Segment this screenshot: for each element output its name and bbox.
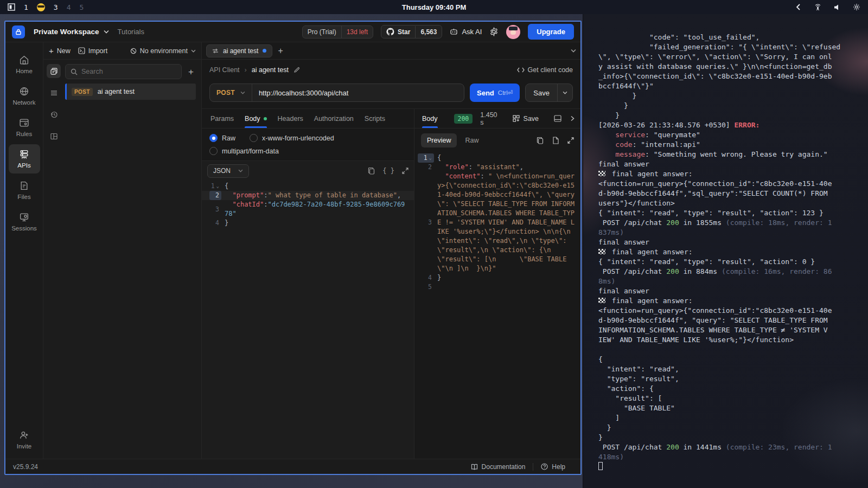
settings-gear-icon[interactable] [489,27,499,36]
method-select[interactable]: POST [210,84,252,101]
raw-file-icon[interactable] [552,137,559,144]
save-response-button[interactable]: Save [513,115,539,123]
tab-params[interactable]: Params [210,109,234,128]
language-select[interactable]: JSON [207,164,249,178]
chevron-down-icon [104,30,109,34]
search-box[interactable] [65,64,182,79]
sidebar-item-sessions[interactable]: Sessions [9,207,40,236]
code-line: 2 "prompt":" what type of table in datab… [202,191,414,200]
import-button[interactable]: Import [78,47,107,55]
github-icon [386,28,394,36]
body-mode-radios: Raw x-www-form-urlencoded multipart/form… [202,129,414,158]
tab-headers[interactable]: Headers [278,109,303,128]
collections-view-icon[interactable] [47,64,61,78]
help-link[interactable]: Help [533,463,573,471]
terminal-line: "result": [ [598,394,860,403]
send-button[interactable]: Send Ctrl⏎ [470,84,520,102]
settings-gear-icon[interactable] [853,3,860,11]
chevron-down-icon [191,49,196,53]
sidebar-item-apis[interactable]: APIs [9,144,40,174]
terminal-line: POST /api/chat 200 in 884ms (compile: 16… [598,267,860,277]
list-view-icon[interactable] [47,86,61,100]
sidebar-label: Network [12,99,35,106]
upgrade-button[interactable]: Upgrade [528,24,574,40]
layout-table-icon[interactable] [47,129,61,143]
save-dropdown-button[interactable] [557,84,572,101]
history-icon[interactable] [47,107,61,121]
collapse-right-icon[interactable] [570,115,575,121]
request-body-editor[interactable]: JSON { } 1⌄{2 "prompt":" what type of ta… [202,160,414,459]
ask-ai-button[interactable]: Ask AI [450,28,482,36]
save-button[interactable]: Save [526,84,557,101]
documentation-link[interactable]: Documentation [463,463,533,471]
plan-trial-badge[interactable]: Pro (Trial) 13d left [302,25,373,38]
breadcrumb-root[interactable]: API Client [209,66,240,74]
expand-icon[interactable] [402,168,409,174]
terminal-line: final agent answer: [598,169,860,179]
user-avatar[interactable] [506,25,520,39]
language-value: JSON [213,167,231,175]
copy-icon[interactable] [368,167,375,175]
sidebar-item-files[interactable]: Files [9,176,40,205]
copy-icon[interactable] [537,137,544,144]
fold-chevron-icon[interactable]: ⌄ [216,182,219,191]
view-raw-button[interactable]: Raw [459,133,484,147]
format-braces-icon[interactable]: { } [382,167,394,175]
terminal-line: "intent": "read", [598,364,860,374]
tab-scripts[interactable]: Scripts [365,109,385,128]
get-client-code-label: Get client code [528,66,573,74]
radio-raw[interactable]: Raw [209,134,235,142]
breadcrumb: API Client › ai agent test Get client co… [202,60,580,80]
terminal-line: "BASE TABLE" [598,403,860,413]
robot-icon [450,28,458,36]
terminal-line: { "intent": "read", "type": "result", "a… [598,208,860,218]
terminal-line: 418ms) [598,452,860,462]
terminal-line: IEW' AND TABLE_NAME LIKE '%user%;"}</fun… [598,335,860,345]
invite-button[interactable]: Invite [9,425,40,454]
tab-authorization[interactable]: Authorization [314,109,354,128]
add-request-button[interactable]: + [186,66,196,78]
radio-multipart-form-data[interactable]: multipart/form-data [209,147,279,155]
fold-chevron-icon[interactable]: ⌄ [429,153,432,163]
new-button[interactable]: + New [49,46,71,55]
volume-icon[interactable] [834,4,841,11]
code-line: 3 "chatId":"dc7de982-7a20-48bf-9285-9e86… [202,200,414,219]
environment-label: No environment [140,47,188,55]
workspace-switcher[interactable]: Private Workspace [12,25,109,38]
sidebar-item-home[interactable]: Home [9,50,40,79]
terminal-window[interactable]: "code": "tool_use_failed", "failed_gener… [583,14,868,488]
expand-icon[interactable] [567,137,574,144]
environment-selector[interactable]: No environment [130,47,196,55]
edit-pencil-icon[interactable] [293,67,300,73]
request-code-area[interactable]: 1⌄{2 "prompt":" what type of table in da… [202,181,414,459]
request-name: ai agent test [98,88,135,95]
response-tab-body[interactable]: Body [422,109,438,128]
terminal-line: code: "internal:api" [598,140,860,150]
terminal-cursor [598,462,603,470]
terminal-line [598,462,860,472]
import-icon [78,47,85,54]
view-preview-button[interactable]: Preview [421,133,457,147]
chevron-down-icon[interactable] [571,49,576,53]
url-input[interactable] [252,89,464,97]
search-input[interactable] [81,68,176,75]
chevron-left-icon[interactable] [795,4,802,10]
request-list-item[interactable]: POST ai agent test [65,84,196,100]
nav-tutorials[interactable]: Tutorials [118,28,144,36]
get-client-code-button[interactable]: Get client code [517,66,573,74]
terminal-line: "type": "result", [598,374,860,384]
network-broadcast-icon[interactable] [814,4,822,11]
terminal-line: "action": { [598,384,860,394]
breadcrumb-current[interactable]: ai agent test [252,66,289,74]
open-request-tab[interactable]: ai agent test [206,44,272,57]
response-pane: Body 200 1.450 s Save [414,109,580,459]
book-icon [471,464,478,470]
radio-x-www-form-urlencoded[interactable]: x-www-form-urlencoded [250,134,334,142]
github-star-button[interactable]: Star 6,563 [381,25,442,38]
rules-window-icon [19,118,29,128]
new-tab-button[interactable]: + [278,46,283,56]
tab-body[interactable]: Body [245,109,267,128]
sidebar-item-rules[interactable]: Rules [9,113,40,142]
panel-layout-icon[interactable] [554,115,561,122]
sidebar-item-network[interactable]: Network [9,81,40,111]
